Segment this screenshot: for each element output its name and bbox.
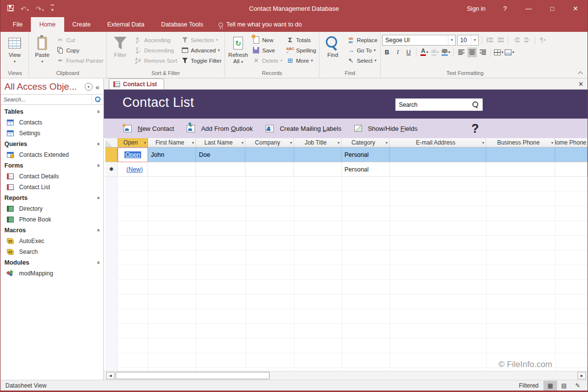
close-button[interactable]: ✕: [564, 0, 588, 17]
tab-file[interactable]: File: [4, 17, 31, 32]
collapse-section-icon[interactable]: »: [95, 164, 101, 167]
cell-home-phone[interactable]: [555, 147, 588, 162]
cell-category[interactable]: Personal: [342, 147, 390, 162]
shutter-bar-close-button[interactable]: «: [95, 83, 100, 91]
cell-job-title[interactable]: [294, 147, 342, 162]
nav-section-queries[interactable]: Queries»: [0, 139, 103, 149]
nav-section-macros[interactable]: Macros»: [0, 225, 103, 236]
italic-button[interactable]: I: [393, 48, 402, 57]
highlight-color-button[interactable]: ab▾: [430, 48, 440, 57]
column-header-open[interactable]: Open▾: [118, 138, 148, 147]
increase-indent-button[interactable]: [512, 35, 521, 45]
sign-in-button[interactable]: Sign in: [459, 0, 494, 17]
nav-item-contacts[interactable]: Contacts: [0, 117, 103, 128]
align-center-button[interactable]: [467, 48, 477, 57]
datasheet-view-button[interactable]: ▦: [543, 381, 557, 391]
ascending-button[interactable]: AZ↓Ascending: [133, 35, 178, 45]
remove-sort-button[interactable]: AZ✗Remove Sort: [133, 55, 178, 66]
scroll-right-arrow[interactable]: ▶: [578, 372, 586, 379]
cell-email[interactable]: [390, 162, 486, 177]
horizontal-scrollbar[interactable]: ◀ ▶: [104, 371, 588, 380]
nav-item-contact-list[interactable]: Contact List: [0, 182, 103, 193]
close-document-icon[interactable]: ✕: [578, 80, 584, 88]
column-header-company[interactable]: Company▾: [245, 138, 294, 147]
new-record-selector[interactable]: ✱: [105, 162, 118, 177]
column-dropdown-icon[interactable]: ▾: [386, 141, 388, 145]
help-button[interactable]: ?: [494, 0, 516, 17]
column-dropdown-icon[interactable]: ▾: [144, 141, 146, 145]
column-header-email[interactable]: E-mail Address▾: [390, 138, 486, 147]
new-record-button[interactable]: New: [251, 35, 284, 45]
nav-item-search[interactable]: Search: [0, 246, 103, 257]
cell-first-name[interactable]: [148, 162, 196, 177]
cut-button[interactable]: ✂Cut: [55, 35, 105, 45]
nav-item-contact-details[interactable]: Contact Details: [0, 171, 103, 182]
nav-pane-menu-button[interactable]: ▾: [85, 83, 93, 91]
format-painter-button[interactable]: ✒Format Painter: [55, 55, 105, 66]
nav-item-directory[interactable]: Directory: [0, 203, 103, 214]
cell-last-name[interactable]: Doe: [196, 147, 245, 162]
add-from-outlook-button[interactable]: Add From Outlook: [187, 125, 253, 132]
tab-home[interactable]: Home: [31, 17, 64, 32]
cell-last-name[interactable]: [196, 162, 245, 177]
redo-button[interactable]: ↷▾: [36, 4, 44, 13]
cell-open[interactable]: Open: [118, 147, 148, 162]
nav-item-settings[interactable]: Settings: [0, 128, 103, 139]
undo-button[interactable]: ↶▾: [21, 4, 29, 13]
tab-database-tools[interactable]: Database Tools: [153, 17, 212, 32]
column-header-last-name[interactable]: Last Name▾: [196, 138, 245, 147]
cell-business-phone[interactable]: [486, 147, 555, 162]
decrease-indent-button[interactable]: [522, 35, 532, 45]
spelling-button[interactable]: ABC✓Spelling: [285, 45, 318, 55]
layout-view-button[interactable]: ▤: [557, 381, 571, 391]
bold-button[interactable]: B: [382, 48, 392, 57]
scrollbar-thumb[interactable]: [116, 372, 270, 379]
column-dropdown-icon[interactable]: ▾: [290, 141, 292, 145]
cell-first-name[interactable]: John: [148, 147, 196, 162]
minimize-button[interactable]: —: [516, 0, 541, 17]
toggle-filter-button[interactable]: Toggle Filter: [179, 55, 223, 66]
column-header-home-phone[interactable]: Home Phone: [555, 138, 588, 147]
align-right-button[interactable]: [478, 48, 488, 57]
view-button[interactable]: View▾: [3, 34, 26, 65]
tell-me-box[interactable]: Tell me what you want to do: [219, 17, 302, 32]
customize-qat-button[interactable]: ▔▾: [51, 6, 54, 11]
nav-section-reports[interactable]: Reports»: [0, 193, 103, 203]
nav-item-contacts-extended[interactable]: Contacts Extended: [0, 149, 103, 160]
collapse-section-icon[interactable]: »: [95, 261, 101, 264]
save-icon[interactable]: [7, 4, 14, 13]
more-button[interactable]: ⊞More▾: [285, 55, 318, 66]
column-header-first-name[interactable]: First Name▾: [148, 138, 196, 147]
cell-open[interactable]: (New): [118, 162, 148, 177]
column-dropdown-icon[interactable]: ▾: [338, 141, 340, 145]
cell-email[interactable]: [390, 147, 486, 162]
nav-item-modmapping[interactable]: modMapping: [0, 268, 103, 279]
show-hide-fields-button[interactable]: Show/Hide Fields: [354, 125, 417, 132]
paste-button[interactable]: Paste▾: [30, 34, 54, 65]
design-view-button[interactable]: ✎: [571, 381, 585, 391]
nav-section-tables[interactable]: Tables»: [0, 106, 103, 117]
form-search-input[interactable]: [396, 101, 469, 108]
copy-button[interactable]: Copy: [55, 45, 105, 55]
column-header-job-title[interactable]: Job Title▾: [294, 138, 342, 147]
numbering-button[interactable]: [496, 35, 505, 45]
font-name-combo[interactable]: Segoe UI▾: [382, 35, 456, 46]
filtered-indicator[interactable]: Filtered: [519, 382, 539, 389]
nav-search-input[interactable]: [0, 97, 92, 102]
nav-section-forms[interactable]: Forms»: [0, 160, 103, 171]
collapse-section-icon[interactable]: »: [95, 110, 101, 113]
cell-company[interactable]: [245, 147, 294, 162]
cell-company[interactable]: [245, 162, 294, 177]
new-contact-button[interactable]: New Contact: [123, 125, 174, 132]
filter-button[interactable]: Filter: [108, 34, 132, 58]
font-size-combo[interactable]: 10▾: [457, 35, 479, 46]
descending-button[interactable]: ZA↓Descending: [133, 45, 178, 55]
column-dropdown-icon[interactable]: ▾: [242, 141, 244, 145]
replace-button[interactable]: abacReplace: [345, 35, 379, 45]
cell-category[interactable]: Personal: [342, 162, 390, 177]
document-tab-contact-list[interactable]: Contact List: [109, 78, 164, 89]
column-dropdown-icon[interactable]: ▾: [551, 141, 553, 145]
background-color-button[interactable]: ▾: [441, 48, 450, 57]
gridlines-button[interactable]: ▾: [494, 48, 503, 57]
nav-item-phone-book[interactable]: Phone Book: [0, 214, 103, 225]
